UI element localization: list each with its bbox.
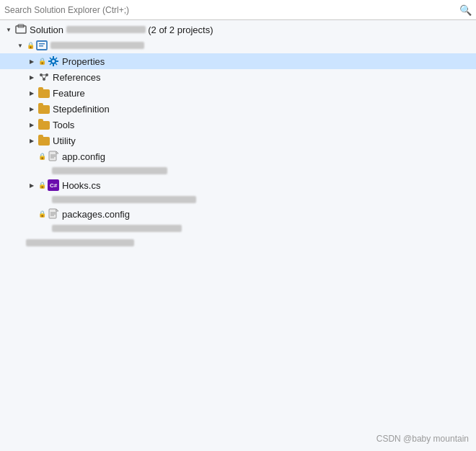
tools-folder-icon: [38, 118, 50, 131]
tree-row-feature[interactable]: Feature: [0, 85, 476, 101]
hookscs-icon: C#: [47, 179, 60, 192]
blurred-text-4: [26, 239, 134, 246]
search-input[interactable]: [4, 5, 459, 15]
expand-arrow-stepdefinition[interactable]: [26, 103, 38, 115]
search-bar[interactable]: 🔍: [0, 0, 476, 20]
properties-icon: [47, 55, 60, 68]
expand-arrow-project[interactable]: [14, 40, 26, 51]
expand-arrow-solution[interactable]: [3, 24, 14, 35]
svg-line-10: [50, 58, 51, 59]
svg-line-17: [41, 75, 44, 79]
packagesconfig-icon: [47, 207, 60, 220]
solution-explorer: 🔍 Solution (2 of 2 projects) 🔒: [0, 0, 476, 451]
tree-area: Solution (2 of 2 projects) 🔒 🔒: [0, 20, 476, 451]
packagesconfig-label: packages.config: [62, 209, 130, 220]
appconfig-label: app.config: [62, 151, 105, 162]
solution-count: (2 of 2 projects): [146, 24, 213, 35]
appconfig-icon: [47, 150, 60, 163]
tree-row-project[interactable]: 🔒: [0, 37, 476, 53]
stepdefinition-label: Stepdefinition: [53, 104, 110, 115]
expand-arrow-properties[interactable]: [26, 55, 38, 67]
stepdefinition-folder-icon: [38, 102, 50, 115]
tree-row-appconfig[interactable]: 🔒 app.config: [0, 148, 476, 164]
csharp-badge: C#: [48, 179, 59, 191]
tree-row-tools[interactable]: Tools: [0, 117, 476, 133]
references-icon: [38, 71, 50, 84]
feature-label: Feature: [53, 88, 85, 99]
references-label: References: [53, 72, 100, 83]
tree-row-packagesconfig[interactable]: 🔒 packages.config: [0, 206, 476, 222]
search-icon: 🔍: [459, 4, 472, 16]
solution-name-blurred: [66, 26, 146, 33]
tree-row-stepdefinition[interactable]: Stepdefinition: [0, 101, 476, 117]
svg-line-13: [50, 63, 51, 65]
blurred-row-4: [0, 235, 476, 251]
project-name-blurred: [50, 42, 144, 49]
svg-marker-21: [56, 151, 58, 153]
tools-label: Tools: [53, 120, 74, 130]
solution-icon: [14, 23, 27, 36]
expand-arrow-tools[interactable]: [26, 119, 38, 130]
lock-icon-project: 🔒: [26, 41, 35, 50]
properties-label: Properties: [62, 56, 105, 67]
svg-rect-3: [39, 43, 45, 45]
lock-icon-appconfig: 🔒: [38, 152, 46, 161]
svg-point-5: [51, 59, 56, 63]
blurred-text-1: [52, 167, 167, 174]
tree-row-solution[interactable]: Solution (2 of 2 projects): [0, 22, 476, 37]
lock-icon-packagesconfig: 🔒: [38, 210, 46, 218]
tree-row-references[interactable]: References: [0, 69, 476, 85]
utility-folder-icon: [38, 134, 50, 147]
blurred-row-3: [0, 222, 476, 235]
blurred-text-3: [52, 225, 182, 232]
svg-rect-4: [39, 45, 43, 47]
svg-line-12: [56, 58, 57, 59]
watermark: CSDN @baby mountain: [376, 434, 469, 444]
svg-line-18: [44, 75, 47, 79]
blurred-row-2: [0, 193, 476, 206]
expand-arrow-feature[interactable]: [26, 87, 38, 99]
expand-arrow-references[interactable]: [26, 71, 38, 83]
blurred-row-1: [0, 164, 476, 177]
hookscs-label: Hooks.cs: [62, 180, 100, 191]
tree-row-properties[interactable]: 🔒 Properties: [0, 53, 476, 69]
svg-line-11: [56, 63, 57, 65]
svg-marker-26: [56, 209, 58, 211]
lock-icon-properties: 🔒: [38, 57, 46, 66]
expand-arrow-hookscs[interactable]: [26, 179, 38, 191]
solution-label: Solution: [30, 24, 66, 35]
feature-folder-icon: [38, 86, 50, 99]
expand-arrow-utility[interactable]: [26, 135, 38, 146]
utility-label: Utility: [53, 135, 76, 146]
project-icon: [35, 39, 48, 52]
lock-icon-hookscs: 🔒: [38, 181, 46, 189]
blurred-text-2: [52, 196, 196, 203]
tree-row-hookscs[interactable]: 🔒 C# Hooks.cs: [0, 177, 476, 193]
tree-row-utility[interactable]: Utility: [0, 133, 476, 148]
